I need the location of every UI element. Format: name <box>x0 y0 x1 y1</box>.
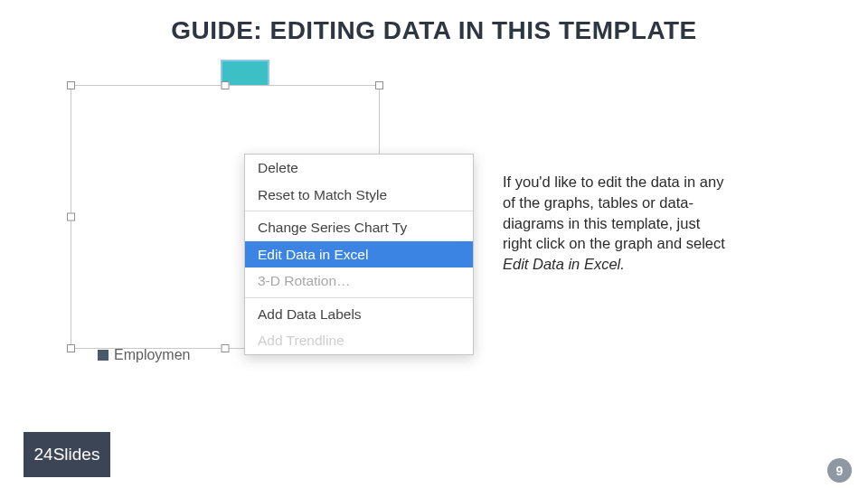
menu-item-change-series[interactable]: Change Series Chart Ty <box>245 214 473 241</box>
text-line: of the graphs, tables or data- <box>503 194 693 211</box>
text-line-italic: Edit Data in Excel. <box>503 256 625 272</box>
text-line: diagrams in this template, just <box>503 215 700 231</box>
menu-item-edit-data[interactable]: Edit Data in Excel <box>245 241 473 268</box>
chart-legend: Employmen <box>98 347 190 363</box>
menu-item-reset[interactable]: Reset to Match Style <box>245 182 473 209</box>
slide-title: GUIDE: EDITING DATA IN THIS TEMPLATE <box>0 16 868 45</box>
menu-item-add-labels[interactable]: Add Data Labels <box>245 301 473 328</box>
menu-separator <box>245 211 473 211</box>
logo-text: 24Slides <box>34 445 100 465</box>
page-number-badge: 9 <box>827 458 852 483</box>
text-line: If you'd like to edit the data in any <box>503 174 723 190</box>
logo-24slides: 24Slides <box>24 432 110 477</box>
legend-label: Employmen <box>114 347 190 363</box>
menu-separator <box>245 297 473 298</box>
menu-item-3d-rotation: 3-D Rotation… <box>245 267 473 295</box>
legend-swatch <box>98 350 108 361</box>
menu-item-add-trendline[interactable]: Add Trendline <box>245 327 473 354</box>
text-line: right click on the graph and select <box>503 235 725 251</box>
context-menu: Delete Reset to Match Style Change Serie… <box>244 154 474 355</box>
instruction-text: If you'd like to edit the data in any of… <box>503 172 774 275</box>
menu-item-delete[interactable]: Delete <box>245 155 473 182</box>
slide: GUIDE: EDITING DATA IN THIS TEMPLATE <box>0 0 868 488</box>
